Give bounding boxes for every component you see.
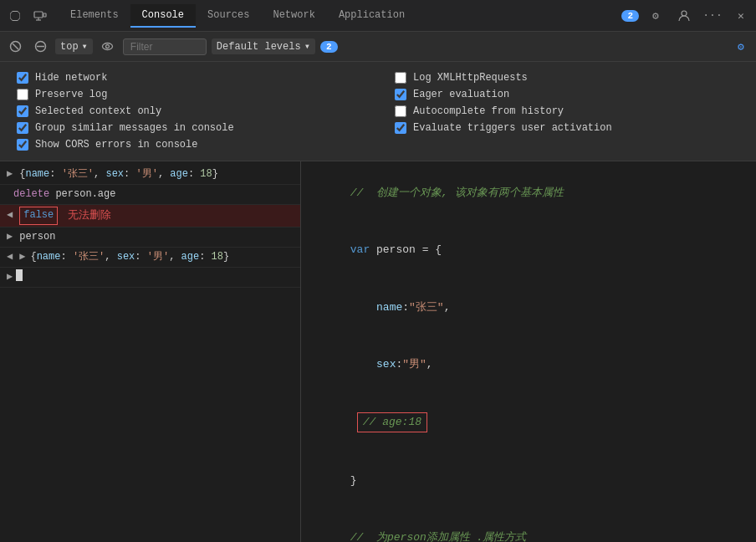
setting-evaluate-triggers: Evaluate triggers user activation	[395, 122, 739, 134]
code-line-4: sex:"男",	[301, 336, 756, 393]
setting-preserve-log: Preserve log	[17, 89, 361, 100]
main-area: ▶ {name: '张三', sex: '男', age: 18} delete…	[0, 161, 756, 542]
arrow-left-icon: ◀	[7, 207, 13, 223]
svg-rect-1	[43, 13, 46, 17]
hide-network-label: Hide network	[35, 72, 107, 84]
svg-rect-0	[34, 12, 43, 18]
arrow-right-icon: ▶	[7, 229, 13, 245]
log-xml-label: Log XMLHttpRequests	[413, 72, 528, 84]
block-icon[interactable]	[30, 37, 50, 57]
autocomplete-label: Autocomplete from history	[413, 105, 564, 117]
close-icon[interactable]: ✕	[729, 4, 753, 28]
more-icon[interactable]: ···	[701, 4, 724, 28]
obj1-text: {name: '张三', sex: '男', age: 18}	[19, 166, 218, 182]
input-prompt: ▶	[7, 269, 13, 285]
context-label: top	[60, 41, 79, 53]
code-line-5: // age:18	[301, 393, 756, 452]
code-right-panel[interactable]: // 创建一个对象, 该对象有两个基本属性 var person = { nam…	[301, 161, 756, 542]
context-selector[interactable]: top ▾	[55, 38, 93, 54]
log-xml-checkbox[interactable]	[395, 72, 406, 84]
console-line-false[interactable]: ◀ false 无法删除	[0, 205, 300, 227]
cursor	[16, 269, 23, 281]
group-similar-label: Group similar messages in console	[35, 122, 234, 134]
setting-autocomplete: Autocomplete from history	[395, 105, 739, 117]
false-value: false	[19, 207, 58, 224]
console-toolbar: top ▾ Default levels ▾ 2 ⚙	[0, 32, 756, 62]
obj2-text: {name: '张三', sex: '男', age: 18}	[30, 249, 229, 265]
console-line-delete[interactable]: delete person.age	[0, 185, 300, 205]
tab-console[interactable]: Console	[130, 4, 196, 28]
tab-application[interactable]: Application	[327, 4, 416, 28]
setting-group-similar: Group similar messages in console	[17, 122, 361, 134]
hide-network-checkbox[interactable]	[17, 72, 28, 84]
code-line-2: var person = {	[301, 222, 756, 279]
evaluate-triggers-checkbox[interactable]	[395, 122, 406, 134]
code-line-1: // 创建一个对象, 该对象有两个基本属性	[301, 165, 756, 222]
setting-hide-network: Hide network	[17, 72, 361, 84]
level-dropdown-icon: ▾	[304, 40, 310, 53]
svg-point-4	[682, 11, 687, 16]
svg-point-9	[103, 43, 113, 50]
svg-line-6	[13, 43, 18, 49]
show-cors-label: Show CORS errors in console	[35, 139, 197, 151]
eager-eval-checkbox[interactable]	[395, 89, 406, 100]
tab-network[interactable]: Network	[261, 4, 326, 28]
person-label: person	[19, 229, 55, 245]
settings-icon[interactable]: ⚙	[644, 4, 667, 28]
default-levels-label: Default levels	[217, 41, 301, 53]
console-left-panel[interactable]: ▶ {name: '张三', sex: '男', age: 18} delete…	[0, 161, 301, 542]
console-line-person[interactable]: ▶ person	[0, 228, 300, 248]
clear-console-icon[interactable]	[5, 37, 25, 57]
setting-eager-eval: Eager evaluation	[395, 89, 739, 100]
autocomplete-checkbox[interactable]	[395, 105, 406, 117]
console-line-obj1[interactable]: ▶ {name: '张三', sex: '男', age: 18}	[0, 165, 300, 185]
inspect-icon[interactable]	[3, 4, 27, 28]
eager-eval-label: Eager evaluation	[413, 89, 509, 100]
show-cors-checkbox[interactable]	[17, 139, 28, 151]
code-line-6: }	[301, 452, 756, 509]
svg-point-10	[106, 45, 110, 49]
selected-context-checkbox[interactable]	[17, 105, 28, 117]
console-settings-icon[interactable]: ⚙	[731, 37, 751, 57]
setting-show-cors: Show CORS errors in console	[17, 139, 361, 151]
error-badge: 2	[320, 41, 338, 53]
caret-icon: ▶	[7, 166, 13, 182]
tab-sources[interactable]: Sources	[196, 4, 261, 28]
eye-icon[interactable]	[98, 37, 118, 57]
caret2-icon: ◀	[7, 249, 13, 265]
tab-bar: Elements Console Sources Network Applica…	[0, 0, 756, 32]
tab-elements[interactable]: Elements	[59, 4, 130, 28]
notification-badge: 2	[621, 10, 639, 22]
evaluate-triggers-label: Evaluate triggers user activation	[413, 122, 612, 134]
context-dropdown-icon: ▾	[82, 40, 88, 53]
no-delete-annotation: 无法删除	[68, 207, 111, 225]
console-input-line[interactable]: ▶	[0, 268, 300, 288]
setting-selected-context: Selected context only	[17, 105, 361, 117]
preserve-log-checkbox[interactable]	[17, 89, 28, 100]
preserve-log-label: Preserve log	[35, 89, 107, 100]
code-line-3: name:"张三",	[301, 279, 756, 336]
console-line-obj2[interactable]: ◀ ▶ {name: '张三', sex: '男', age: 18}	[0, 248, 300, 268]
settings-panel: Hide network Preserve log Selected conte…	[0, 62, 756, 161]
log-level-selector[interactable]: Default levels ▾	[212, 38, 315, 54]
group-similar-checkbox[interactable]	[17, 122, 28, 134]
selected-context-label: Selected context only	[35, 105, 161, 117]
code-line-7: // 为person添加属性 .属性方式	[301, 509, 756, 542]
device-icon[interactable]	[28, 4, 52, 28]
profile-icon[interactable]	[672, 4, 696, 28]
delete-keyword: delete person.age	[13, 187, 115, 202]
setting-log-xml: Log XMLHttpRequests	[395, 72, 739, 84]
filter-input[interactable]	[123, 38, 207, 55]
